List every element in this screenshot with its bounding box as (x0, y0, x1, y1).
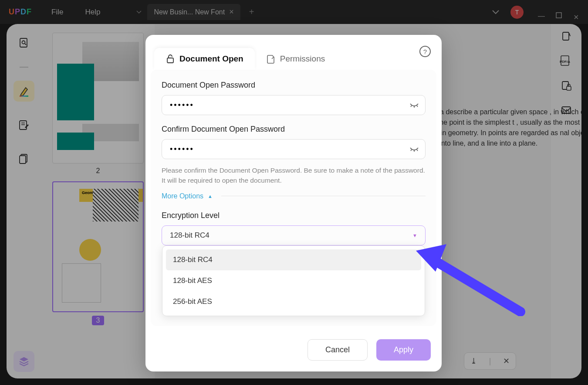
help-icon[interactable]: ? (419, 46, 431, 57)
tab-document-open[interactable]: Document Open (154, 48, 255, 70)
dropdown-option[interactable]: 256-bit AES (166, 291, 421, 312)
cancel-button[interactable]: Cancel (308, 339, 368, 361)
chevron-down-icon: ▼ (412, 233, 417, 238)
confirm-label: Confirm Document Open Password (162, 125, 426, 134)
document-icon (266, 54, 276, 64)
encryption-label: Encryption Level (162, 211, 426, 220)
encryption-select[interactable]: 128-bit RC4 ▼ 128-bit RC4 128-bit AES 25… (162, 225, 426, 245)
password-label: Document Open Password (162, 81, 426, 90)
chevron-up-icon: ▲ (208, 194, 213, 199)
svg-rect-16 (167, 58, 173, 63)
show-password-icon[interactable] (409, 100, 419, 110)
helper-text: Please confirm the Document Open Passwor… (162, 165, 426, 186)
more-options-toggle[interactable]: More Options ▲ (162, 192, 426, 200)
svg-line-19 (417, 106, 418, 107)
tab-permissions[interactable]: Permissions (255, 48, 336, 70)
password-modal: Document Open Permissions ? Document Ope… (145, 35, 442, 371)
encryption-dropdown: 128-bit RC4 128-bit AES 256-bit AES (162, 245, 425, 316)
svg-line-22 (417, 150, 418, 151)
lock-open-icon (166, 54, 175, 64)
dropdown-option[interactable]: 128-bit AES (166, 270, 421, 291)
show-password-icon[interactable] (409, 144, 419, 154)
svg-line-17 (411, 106, 412, 107)
password-input[interactable] (162, 95, 426, 115)
svg-line-20 (411, 150, 412, 151)
apply-button[interactable]: Apply (376, 339, 431, 361)
confirm-password-input[interactable] (162, 139, 426, 159)
dropdown-option[interactable]: 128-bit RC4 (166, 249, 421, 270)
